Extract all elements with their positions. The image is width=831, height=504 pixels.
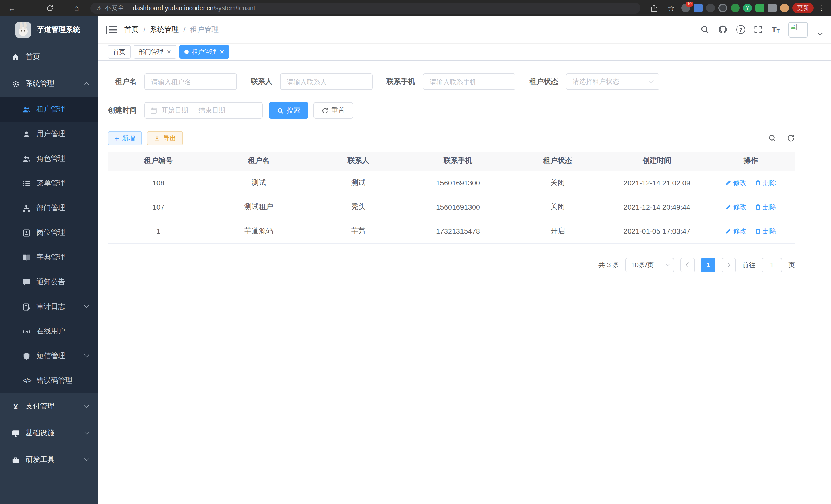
reset-button[interactable]: 重置 [314,102,353,119]
sidebar-item-tenant[interactable]: 租户管理 [0,97,98,122]
sidebar-item-notice[interactable]: 通知公告 [0,270,98,294]
breadcrumb-separator: / [143,25,145,34]
sidebar-item-audit-log[interactable]: 审计日志 [0,294,98,319]
help-icon[interactable]: ? [736,25,745,34]
page-number-active[interactable]: 1 [701,258,715,272]
cell-contact: 芋艿 [309,219,408,243]
next-page-button[interactable] [721,258,736,272]
sidebar-item-label: 岗位管理 [36,228,65,237]
table-header-row: 租户编号 租户名 联系人 联系手机 租户状态 创建时间 操作 [108,152,795,171]
font-size-icon[interactable]: TT [772,25,780,34]
page-size-select[interactable]: 10条/页 [625,258,674,272]
phone-input[interactable] [423,73,515,90]
sidebar: 芋道管理系统 首页 系统管理 租户管理 用户管理 [0,16,98,504]
chrome-update-button[interactable]: 更新 [793,3,813,13]
trash-icon [755,204,761,210]
browser-back-icon[interactable]: ← [5,2,19,14]
extension-y-icon[interactable]: Y [743,4,752,12]
sidebar-item-home[interactable]: 首页 [0,44,98,70]
browser-refresh-icon[interactable] [43,2,57,14]
cell-tenant-name: 测试 [209,171,309,195]
puzzle-extensions-icon[interactable] [768,4,776,12]
sidebar-item-label: 审计日志 [36,302,65,312]
sidebar-item-devtools[interactable]: 研发工具 [0,446,98,473]
goto-page-input[interactable] [762,258,782,272]
cell-status: 关闭 [508,171,607,195]
sidebar-item-online-users[interactable]: 在线用户 [0,319,98,344]
page-content: 租户名 联系人 联系手机 租户状态 请选择租户状态 [98,61,831,504]
sidebar-item-dept[interactable]: 部门管理 [0,196,98,220]
toggle-search-icon[interactable] [768,134,776,142]
bookmark-star-icon[interactable]: ☆ [664,2,678,14]
edit-link[interactable]: 修改 [725,226,746,236]
tenant-name-input[interactable] [144,73,237,90]
cell-actions: 修改删除 [706,195,795,219]
fullscreen-icon[interactable] [754,25,763,34]
refresh-table-icon[interactable] [787,134,795,142]
chevron-down-icon [84,429,89,434]
sidebar-item-post[interactable]: 岗位管理 [0,220,98,245]
url-bar[interactable]: ⚠ 不安全 dashboard.yudao.iocoder.cn/system/… [90,2,640,13]
search-button[interactable]: 搜索 [269,102,308,119]
tab-dept[interactable]: 部门管理 ✕ [134,45,176,59]
sidebar-item-menu[interactable]: 菜单管理 [0,171,98,196]
edit-link[interactable]: 修改 [725,202,746,211]
profile-avatar-icon[interactable] [780,4,789,12]
sidebar-item-payment[interactable]: ¥ 支付管理 [0,393,98,420]
close-icon[interactable]: ✕ [220,49,224,55]
select-placeholder: 请选择租户状态 [573,77,619,86]
breadcrumb-home[interactable]: 首页 [124,25,139,34]
status-select[interactable]: 请选择租户状态 [566,73,659,90]
start-date-placeholder: 开始日期 [161,106,188,115]
plus-icon: + [115,135,119,142]
prev-page-button[interactable] [681,258,695,272]
sidebar-item-system[interactable]: 系统管理 [0,70,98,97]
browser-menu-icon[interactable]: ⋮ [817,4,826,12]
cell-phone: 15601691300 [408,171,508,195]
sidebar-item-infrastructure[interactable]: 基础设施 [0,420,98,446]
sidebar-item-role[interactable]: 角色管理 [0,146,98,171]
column-header: 联系手机 [408,152,508,171]
sidebar-item-user[interactable]: 用户管理 [0,122,98,146]
date-range-picker[interactable]: 开始日期 - 结束日期 [144,102,263,119]
extension-dark-icon[interactable] [706,4,715,12]
extension-blue-icon[interactable] [694,4,703,12]
delete-link[interactable]: 删除 [755,202,776,211]
active-dot [184,50,189,54]
sidebar-item-dict[interactable]: 字典管理 [0,245,98,270]
sidebar-item-error-code[interactable]: </> 错误码管理 [0,368,98,393]
sidebar-item-sms[interactable]: 短信管理 [0,344,98,368]
filter-status: 租户状态 请选择租户状态 [529,73,659,90]
chevron-down-icon [649,78,654,84]
extension-grammar-icon[interactable] [755,4,764,12]
column-header: 租户编号 [108,152,209,171]
main-area: 首页 / 系统管理 / 租户管理 ? [98,16,831,504]
extension-colors-icon[interactable]: 10 [682,4,690,12]
close-icon[interactable]: ✕ [167,49,171,55]
filter-contact: 联系人 [251,73,373,90]
github-icon[interactable] [718,25,727,34]
export-button[interactable]: 导出 [147,131,183,145]
cell-tenant-id: 1 [108,219,209,243]
delete-link[interactable]: 删除 [755,226,776,236]
table-row: 1 芋道源码 芋艿 17321315478 开启 2021-01-05 17:0… [108,219,795,243]
user-avatar[interactable] [789,22,808,37]
browser-home-icon[interactable]: ⌂ [70,2,83,14]
sidebar-collapse-icon[interactable] [106,25,117,34]
avatar-dropdown-icon[interactable] [818,31,823,35]
tab-label: 租户管理 [192,48,217,56]
tab-tenant[interactable]: 租户管理 ✕ [179,45,229,59]
extension-green-icon[interactable] [731,4,740,12]
contact-input[interactable] [280,73,373,90]
search-icon[interactable] [700,25,710,34]
share-icon[interactable] [648,2,661,14]
add-button[interactable]: + 新增 [108,131,142,145]
sidebar-item-label: 菜单管理 [36,179,65,188]
edit-link[interactable]: 修改 [725,178,746,187]
delete-link[interactable]: 删除 [755,178,776,187]
tab-home[interactable]: 首页 [108,45,131,59]
extension-ring-icon[interactable] [718,4,727,12]
chevron-right-icon [725,262,730,267]
cell-phone: 15601691300 [408,195,508,219]
breadcrumb-system[interactable]: 系统管理 [150,25,179,34]
